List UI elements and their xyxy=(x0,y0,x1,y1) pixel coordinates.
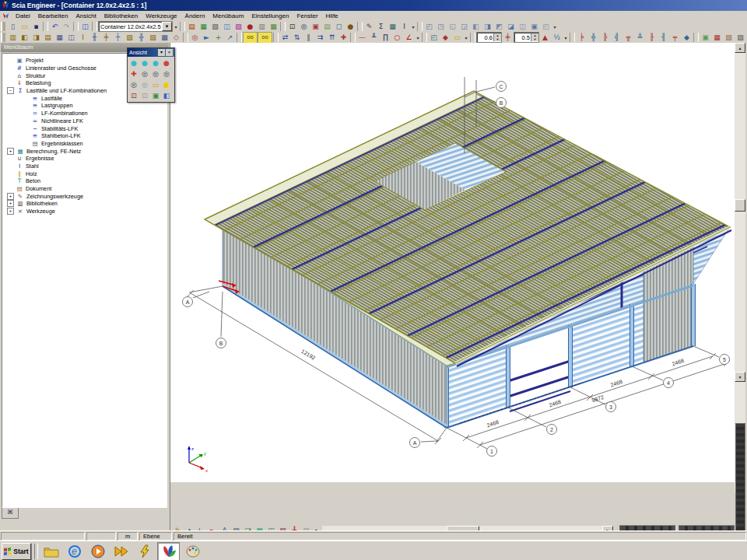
expand-node-icon[interactable]: + xyxy=(7,208,14,215)
member-tool-icon[interactable]: Ι xyxy=(77,33,89,43)
tree-item-lf-kombinationen[interactable]: ≍LF-Kombinationen xyxy=(2,110,167,117)
connection-icon[interactable]: ╢ xyxy=(658,33,669,43)
add-icon[interactable]: + xyxy=(212,33,224,43)
connection-icon[interactable]: ╬ xyxy=(587,33,599,43)
tree-item-ergebnisklassen[interactable]: ▤Ergebnisklassen xyxy=(2,140,167,148)
tree-item-dokument[interactable]: ▤Dokument xyxy=(2,185,167,193)
select-element-icon[interactable]: ► xyxy=(201,33,212,43)
panel-tool-icon[interactable]: ◫ xyxy=(65,33,77,43)
connection-icon[interactable]: ╣ xyxy=(611,33,622,43)
cursor-icon[interactable]: Ι xyxy=(398,22,410,32)
more-icon[interactable]: ▾ xyxy=(415,33,421,43)
view-load-icon[interactable]: ▦ xyxy=(711,33,723,43)
save-icon[interactable]: ▪ xyxy=(30,22,42,32)
window-layout-icon[interactable]: ◲ xyxy=(458,22,470,32)
scale-spinner-2[interactable]: 0.5 ▲▼ xyxy=(514,32,539,43)
toolbar-grip[interactable] xyxy=(1,22,5,31)
tree-item-bibliotheken[interactable]: +▥Bibliotheken xyxy=(2,200,167,208)
print-view-icon[interactable]: ⊡ xyxy=(128,90,139,101)
block-tool-icon[interactable]: ◇ xyxy=(170,33,182,43)
scroll-up-icon[interactable]: ▲ xyxy=(735,43,745,53)
window-layout-icon[interactable]: ◨ xyxy=(482,22,493,32)
connection-icon[interactable]: ╦ xyxy=(622,33,634,43)
menu-einstellungen[interactable]: Einstellungen xyxy=(247,12,293,20)
palette-close-icon[interactable]: × xyxy=(166,49,173,56)
view-z-icon[interactable]: ● xyxy=(150,58,161,68)
ansicht-palette-titlebar[interactable]: Ansicht ▾ × xyxy=(128,48,174,57)
window-layout-icon[interactable]: ◰ xyxy=(423,22,435,32)
scia-engineer-icon[interactable] xyxy=(157,542,180,560)
slab-tool-icon[interactable]: ▩ xyxy=(159,33,170,43)
mesh-view-icon[interactable]: ▦ xyxy=(198,22,209,32)
scale-spinner-1[interactable]: 0.6 ▲▼ xyxy=(476,32,502,43)
plate-tool-icon[interactable]: ◨ xyxy=(30,33,42,43)
layer-off-icon[interactable]: ▨ xyxy=(735,33,746,43)
half-icon[interactable]: ½ xyxy=(551,33,563,43)
table-icon[interactable]: ▦ xyxy=(387,22,398,32)
window-icon[interactable]: ◰ xyxy=(428,33,440,43)
tree-item-beton[interactable]: TBeton xyxy=(2,177,167,185)
window-layout-icon[interactable]: ◩ xyxy=(493,22,505,32)
panel-tab-icon[interactable]: ⌘ xyxy=(2,508,19,519)
explorer-folder-icon[interactable] xyxy=(40,543,61,560)
expand-node-icon[interactable]: + xyxy=(7,193,14,200)
bracing-tool-icon[interactable]: ▨ xyxy=(147,33,159,43)
circle-tool-icon[interactable]: ○ xyxy=(391,33,403,43)
document-icon[interactable]: ▤ xyxy=(321,22,333,32)
node-tool-icon[interactable]: ┼ xyxy=(112,33,124,43)
vertical-scroll-thumb[interactable] xyxy=(735,199,745,212)
move-icon[interactable]: ↗ xyxy=(224,33,236,43)
menu-bearbeiten[interactable]: Bearbeiten xyxy=(34,12,72,20)
menu-menübaum[interactable]: Menübaum xyxy=(209,12,247,20)
connection-icon[interactable]: ╠ xyxy=(599,33,611,43)
more-icon[interactable]: ▾ xyxy=(463,33,469,43)
menu-hilfe[interactable]: Hilfe xyxy=(322,12,342,20)
grid-icon[interactable]: ▥ xyxy=(256,22,268,32)
print-icon[interactable]: ⊡ xyxy=(286,22,298,32)
edit-icon[interactable]: ✎ xyxy=(363,22,375,32)
tree-item-stahlbeton-lfk[interactable]: ≅Stahlbeton-LFK xyxy=(2,132,167,140)
cross-tool-icon[interactable]: ╫ xyxy=(89,33,100,43)
view-x-icon[interactable]: ● xyxy=(128,58,139,68)
folder-icon[interactable]: ▭ xyxy=(451,33,463,43)
frame-tool-icon[interactable]: ╬ xyxy=(135,33,147,43)
redo-icon[interactable]: ↷ xyxy=(61,22,72,32)
tree-item-berechnung-fe-netz[interactable]: +▦Berechnung, FE-Netz xyxy=(2,147,167,155)
support-icon[interactable]: oo xyxy=(243,32,258,44)
new-file-icon[interactable]: ▯ xyxy=(7,22,19,32)
picture-icon[interactable]: ▣ xyxy=(310,22,321,32)
calc-icon[interactable]: Σ xyxy=(375,22,387,32)
model-selector-combobox[interactable]: Container 12.0x2.4x2.5 ▼ xyxy=(98,21,173,32)
more-icon[interactable]: ▾ xyxy=(410,22,416,32)
print-disabled-icon[interactable]: ⊡ xyxy=(139,90,150,101)
beam-tool-icon[interactable]: ▥ xyxy=(7,33,19,43)
menu-ändern[interactable]: Ändern xyxy=(181,12,209,20)
internet-explorer-icon[interactable]: e xyxy=(64,543,85,560)
start-button[interactable]: Start xyxy=(2,543,31,560)
window-layout-icon[interactable]: ◳ xyxy=(435,22,447,32)
model-3d-view[interactable]: 1219224682468246824689872 12345ABACB z y… xyxy=(170,43,735,482)
scroll-down-icon[interactable]: ▼ xyxy=(735,372,745,382)
filter-icon[interactable]: ▲ xyxy=(539,33,551,43)
connection-icon[interactable]: ◆ xyxy=(681,33,693,43)
layer-set-icon[interactable]: ▧ xyxy=(723,33,735,43)
scissors-icon[interactable]: ◆ xyxy=(440,33,451,43)
window-layout-icon[interactable]: ◫ xyxy=(517,22,528,32)
connection-icon[interactable]: ╞ xyxy=(576,33,587,43)
quick-launch-arrows-icon[interactable] xyxy=(110,543,132,560)
render-icon[interactable]: ▣ xyxy=(150,90,161,101)
view-save-icon[interactable]: ▣ xyxy=(700,33,711,43)
window-layout-icon[interactable]: ◱ xyxy=(447,22,458,32)
select-node-icon[interactable]: ◎ xyxy=(189,33,201,43)
haunch-tool-icon[interactable]: ╪ xyxy=(100,33,112,43)
media-player-icon[interactable] xyxy=(87,543,108,560)
zoom-in-icon[interactable]: ◎ xyxy=(139,68,150,79)
menu-fenster[interactable]: Fenster xyxy=(293,12,321,20)
viewport-icon[interactable]: ◫ xyxy=(221,22,233,32)
layers-icon[interactable]: ▧ xyxy=(209,22,221,32)
palette-dropdown-icon[interactable]: ▾ xyxy=(158,49,165,56)
combo-more-icon[interactable]: ▾ xyxy=(173,22,179,32)
window-layout-icon[interactable]: ◰ xyxy=(540,22,552,32)
spinner-arrows-icon[interactable]: ▲▼ xyxy=(531,33,538,41)
gallery-icon[interactable]: ▤ xyxy=(186,22,198,32)
